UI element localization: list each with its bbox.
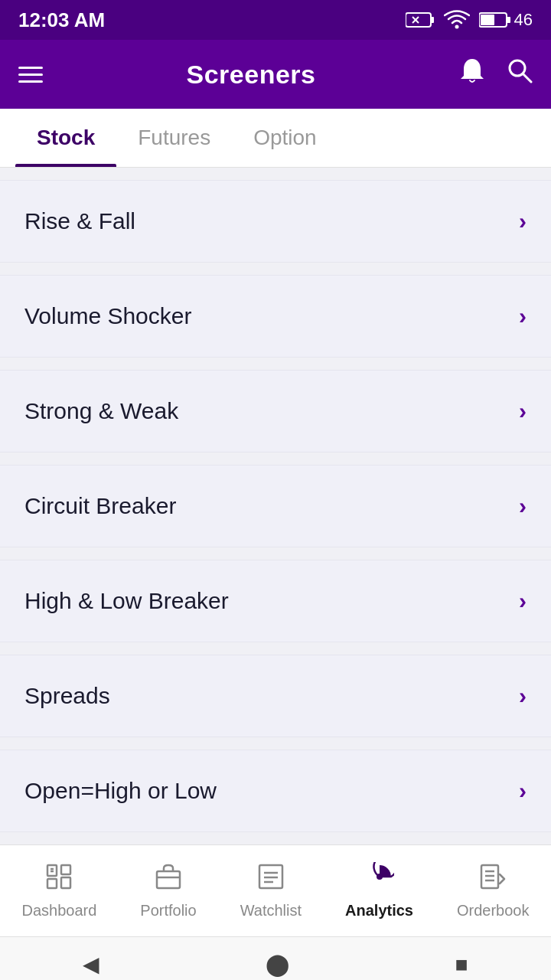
back-button[interactable]: ◀ (83, 952, 99, 977)
svg-rect-1 (431, 17, 434, 23)
tab-stock[interactable]: Stock (15, 109, 116, 167)
nav-watchlist[interactable]: Watchlist (228, 856, 314, 926)
home-button[interactable]: ⬤ (266, 952, 289, 977)
list-item[interactable]: High & Low Breaker › (0, 560, 551, 642)
chevron-right-icon: › (519, 683, 527, 709)
status-time: 12:03 AM (18, 8, 105, 32)
battery-level: 46 (479, 10, 533, 30)
header-actions (459, 57, 533, 91)
list-item[interactable]: Rise & Fall › (0, 180, 551, 263)
bell-icon[interactable] (459, 57, 485, 91)
app-header: Screeners (0, 40, 551, 109)
nav-dashboard[interactable]: Dashboard (9, 856, 109, 926)
battery-x-icon (406, 11, 435, 28)
svg-line-9 (523, 74, 531, 82)
svg-rect-13 (61, 877, 70, 888)
watchlist-icon (256, 862, 285, 897)
chevron-right-icon: › (519, 588, 527, 614)
svg-rect-6 (507, 17, 510, 23)
chevron-right-icon: › (519, 303, 527, 329)
battery-percent: 46 (514, 10, 533, 30)
search-icon[interactable] (507, 57, 533, 91)
list-item[interactable]: Volume Shocker › (0, 275, 551, 358)
chevron-right-icon: › (519, 493, 527, 519)
svg-point-4 (455, 25, 458, 29)
chevron-right-icon: › (519, 208, 527, 234)
recent-button[interactable]: ■ (455, 952, 468, 977)
list-item[interactable]: Circuit Breaker › (0, 465, 551, 547)
nav-portfolio[interactable]: Portfolio (128, 856, 208, 926)
status-bar: 12:03 AM 46 (0, 0, 551, 40)
system-navigation: ◀ ⬤ ■ (0, 936, 551, 980)
tab-futures[interactable]: Futures (116, 109, 232, 167)
chevron-right-icon: › (519, 398, 527, 424)
list-item[interactable]: Strong & Weak › (0, 370, 551, 452)
svg-point-22 (377, 874, 383, 880)
analytics-icon (365, 862, 394, 897)
dashboard-icon (44, 862, 73, 897)
menu-button[interactable] (18, 67, 43, 83)
wifi-icon (444, 10, 470, 30)
bottom-navigation: Dashboard Portfolio Watchlist (0, 844, 551, 936)
svg-rect-16 (157, 871, 180, 888)
svg-rect-11 (47, 879, 57, 888)
chevron-right-icon: › (519, 778, 527, 804)
svg-rect-12 (61, 865, 70, 874)
portfolio-icon (154, 862, 183, 897)
list-item[interactable]: Open=High or Low › (0, 750, 551, 832)
nav-analytics[interactable]: Analytics (333, 856, 425, 926)
svg-rect-7 (481, 15, 494, 25)
screener-list: Rise & Fall › Volume Shocker › Strong & … (0, 168, 551, 844)
tabs-bar: Stock Futures Option (0, 109, 551, 168)
status-icons: 46 (406, 10, 533, 30)
nav-orderbook[interactable]: Orderbook (445, 856, 542, 926)
tab-option[interactable]: Option (232, 109, 338, 167)
page-title: Screeners (187, 60, 316, 90)
list-item[interactable]: Spreads › (0, 655, 551, 737)
svg-rect-0 (406, 13, 431, 27)
orderbook-icon (478, 862, 507, 897)
